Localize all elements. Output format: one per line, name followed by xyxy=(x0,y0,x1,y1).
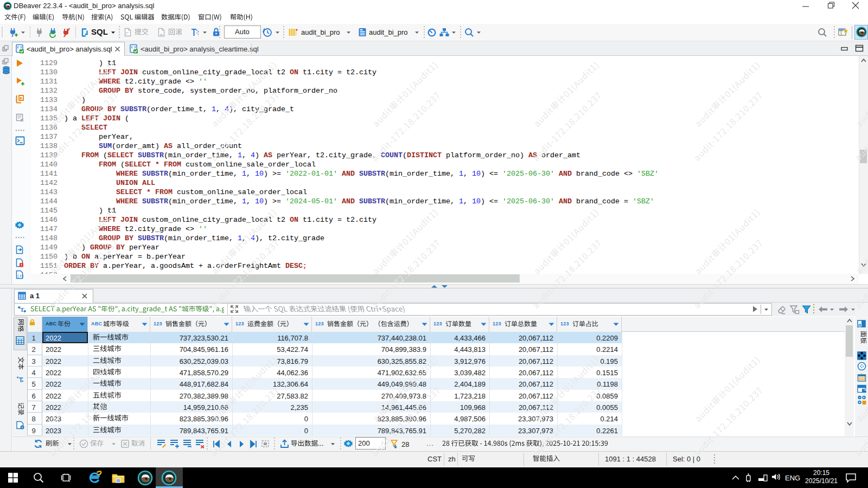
svg-text:T: T xyxy=(20,306,24,313)
svg-text:(x): (x) xyxy=(17,274,24,278)
